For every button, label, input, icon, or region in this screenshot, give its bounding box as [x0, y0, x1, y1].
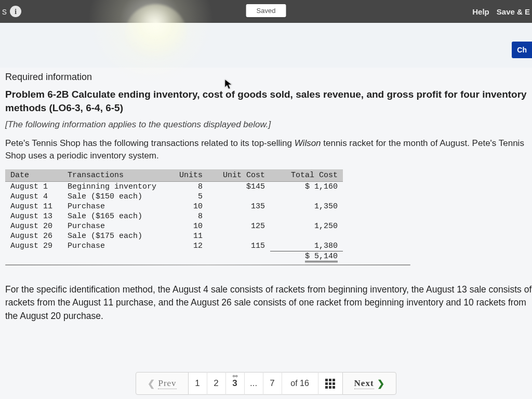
- cell-tx: Beginning inventory: [62, 181, 166, 192]
- cell-date: August 20: [5, 221, 62, 231]
- table-row: August 26 Sale ($175 each) 11: [5, 231, 343, 241]
- content-area: Required information Problem 6-2B Calcul…: [5, 70, 532, 368]
- page-count: of 16: [282, 372, 318, 395]
- table-row: August 1 Beginning inventory 8 $145 $ 1,…: [5, 181, 343, 192]
- cell-tx: Sale ($175 each): [62, 231, 166, 241]
- cell-unit-cost: [208, 211, 270, 221]
- cell-units: 5: [166, 192, 208, 202]
- table-row: August 20 Purchase 10 125 1,250: [5, 221, 343, 231]
- intro-part1: Pete's Tennis Shop has the following tra…: [5, 138, 295, 148]
- cell-tx: Purchase: [62, 221, 166, 231]
- cell-unit-cost: 125: [208, 221, 270, 231]
- cell-date: August 29: [5, 241, 62, 251]
- cell-units: 8: [166, 211, 208, 221]
- cell-date: August 11: [5, 202, 62, 211]
- col-tx: Transactions: [62, 169, 166, 182]
- context-note: [The following information applies to th…: [5, 119, 532, 130]
- cell-total-cost: [270, 211, 343, 221]
- cell-unit-cost: [208, 231, 270, 241]
- cell-total-cost: 1,380: [270, 241, 343, 251]
- cell-tx: Sale ($150 each): [62, 192, 166, 202]
- cell-total-cost: 1,350: [270, 202, 343, 211]
- page-number-group: 1 2 ⚯ 3 ... 7 of 16: [189, 372, 342, 395]
- table-row: August 13 Sale ($165 each) 8: [5, 211, 343, 221]
- info-icon[interactable]: i: [10, 6, 21, 17]
- cell-grand-total: $ 5,140: [270, 251, 343, 261]
- cell-units: 10: [166, 221, 208, 231]
- cell-unit-cost: 115: [208, 241, 270, 251]
- cell-units: 12: [166, 241, 208, 251]
- cell-tx: Purchase: [62, 202, 166, 211]
- col-unit-cost: Unit Cost: [208, 169, 270, 182]
- save-exit-button[interactable]: Save & E: [497, 7, 530, 16]
- table-total-row: $ 5,140: [5, 251, 343, 261]
- cell-units: 11: [166, 231, 208, 241]
- page-ellipsis: ...: [245, 372, 263, 395]
- cell-tx: Purchase: [62, 241, 166, 251]
- transactions-table-wrap: Date Transactions Units Unit Cost Total …: [5, 169, 410, 265]
- top-bar: s i Saved Help Save & E: [0, 0, 532, 23]
- help-link[interactable]: Help: [472, 7, 489, 16]
- specific-id-paragraph: For the specific identification method, …: [5, 283, 532, 323]
- cell-date: August 4: [5, 192, 62, 202]
- intro-em: Wilson: [295, 138, 321, 148]
- chevron-right-icon: ❯: [377, 378, 384, 389]
- table-header-row: Date Transactions Units Unit Cost Total …: [5, 169, 343, 182]
- page-2[interactable]: 2: [207, 372, 226, 395]
- table-row: August 29 Purchase 12 115 1,380: [5, 241, 343, 251]
- top-letter: s: [2, 6, 7, 17]
- cell-total-cost: [270, 192, 343, 202]
- grand-total-value: $ 5,140: [305, 252, 338, 262]
- question-pager: ❮ Prev 1 2 ⚯ 3 ... 7 of 16 Next ❯: [0, 370, 532, 397]
- table-divider: [5, 264, 410, 265]
- page-3[interactable]: ⚯ 3: [226, 372, 245, 395]
- cell-unit-cost: [208, 192, 270, 202]
- cell-date: August 26: [5, 231, 62, 241]
- transactions-table: Date Transactions Units Unit Cost Total …: [5, 169, 343, 261]
- chevron-left-icon: ❮: [148, 378, 155, 389]
- col-total-cost: Total Cost: [270, 169, 343, 182]
- cell-units: 10: [166, 202, 208, 211]
- saved-badge: Saved: [246, 4, 286, 17]
- problem-title: Problem 6-2B Calculate ending inventory,…: [5, 88, 532, 114]
- cell-total-cost: [270, 231, 343, 241]
- cell-tx: Sale ($165 each): [62, 211, 166, 221]
- page-7[interactable]: 7: [263, 372, 282, 395]
- required-information-heading: Required information: [5, 72, 532, 83]
- cell-date: August 1: [5, 181, 62, 192]
- top-right-cluster: Help Save & E: [472, 0, 532, 23]
- top-left-cluster: s i: [0, 6, 21, 17]
- prev-button[interactable]: ❮ Prev: [136, 372, 188, 395]
- cell-date: August 13: [5, 211, 62, 221]
- page-1[interactable]: 1: [189, 372, 207, 395]
- table-row: August 4 Sale ($150 each) 5: [5, 192, 343, 202]
- prev-label: Prev: [158, 378, 176, 389]
- next-button[interactable]: Next ❯: [342, 372, 396, 395]
- grid-icon: [325, 379, 335, 389]
- link-icon: ⚯: [233, 373, 237, 380]
- col-date: Date: [5, 169, 62, 182]
- grid-view-button[interactable]: [318, 372, 342, 395]
- cell-unit-cost: 135: [208, 202, 270, 211]
- cell-units: 8: [166, 181, 208, 192]
- intro-paragraph: Pete's Tennis Shop has the following tra…: [5, 137, 532, 162]
- cell-total-cost: 1,250: [270, 221, 343, 231]
- sub-header: Ch: [0, 23, 532, 68]
- next-label: Next: [354, 378, 374, 389]
- table-row: August 11 Purchase 10 135 1,350: [5, 202, 343, 211]
- cell-total-cost: $ 1,160: [270, 181, 343, 192]
- cell-unit-cost: $145: [208, 181, 270, 192]
- check-work-button[interactable]: Ch: [512, 42, 532, 58]
- col-units: Units: [166, 169, 208, 182]
